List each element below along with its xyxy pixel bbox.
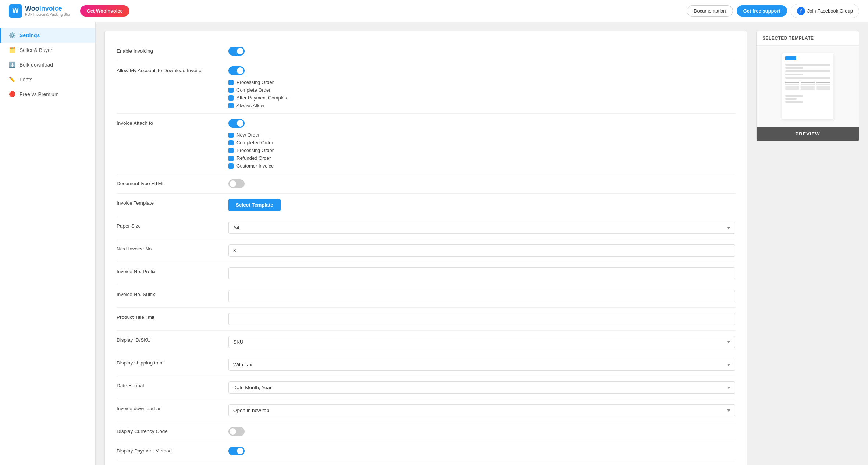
mock-table xyxy=(785,82,830,91)
sidebar-item-fonts-label: Fonts xyxy=(19,77,32,82)
mock-logo xyxy=(785,56,796,60)
mock-cell xyxy=(785,88,799,90)
display-shipping-total-select[interactable]: With Tax Without Tax xyxy=(228,359,735,371)
invoice-no-prefix-label: Invoice No. Prefix xyxy=(117,267,220,274)
enable-invoicing-toggle[interactable] xyxy=(228,47,245,56)
select-template-button[interactable]: Select Template xyxy=(228,199,281,211)
logo-text: WooInvoice PDF Invoice & Packing Slip xyxy=(25,5,70,17)
mock-cell xyxy=(801,86,815,88)
product-title-limit-control xyxy=(228,313,735,325)
sidebar-item-bulk-download[interactable]: ⬇️ Bulk download xyxy=(0,57,95,72)
allow-my-account-control: Processing Order Complete Order After Pa… xyxy=(228,66,735,108)
sidebar-item-bulk-download-label: Bulk download xyxy=(19,62,53,68)
list-item: Processing Order xyxy=(228,80,735,85)
download-icon: ⬇️ xyxy=(8,61,16,68)
documentation-button[interactable]: Documentation xyxy=(687,5,733,17)
form-row-date-format: Date Format Date Month, Year Month Date,… xyxy=(117,376,735,399)
allow-my-account-toggle[interactable] xyxy=(228,66,245,75)
allow-my-account-label: Allow My Account To Download Invoice xyxy=(117,66,220,73)
form-row-invoice-no-suffix: Invoice No. Suffix xyxy=(117,285,735,308)
seller-buyer-icon: 🗂️ xyxy=(8,46,16,54)
invoice-no-suffix-input[interactable] xyxy=(228,290,735,302)
invoice-template-label: Invoice Template xyxy=(117,199,220,206)
complete-order-label: Complete Order xyxy=(236,87,270,93)
settings-panel: Enable Invoicing Allow My Account To Dow… xyxy=(104,31,747,465)
invoice-download-as-control: Open in new tab Download Inline xyxy=(228,404,735,416)
mock-row xyxy=(785,84,830,85)
next-invoice-no-input[interactable] xyxy=(228,244,735,257)
complete-order-checkbox-icon[interactable] xyxy=(228,88,234,93)
display-id-sku-select[interactable]: SKU ID Both None xyxy=(228,336,735,348)
completed-order-checkbox-icon[interactable] xyxy=(228,140,234,145)
sidebar-item-fonts[interactable]: ✏️ Fonts xyxy=(0,72,95,87)
list-item: Completed Order xyxy=(228,140,735,145)
mock-row xyxy=(785,82,830,83)
logo-subtitle: PDF Invoice & Packing Slip xyxy=(25,13,70,17)
get-wooinvoice-button[interactable]: Get WooInvoice xyxy=(80,5,129,17)
invoice-attach-slider xyxy=(228,119,245,128)
allow-checkbox-list: Processing Order Complete Order After Pa… xyxy=(228,80,735,108)
mock-line xyxy=(785,64,830,66)
date-format-select[interactable]: Date Month, Year Month Date, Year Year M… xyxy=(228,381,735,394)
fb-btn-label: Join Facebook Group xyxy=(807,8,853,14)
mock-header xyxy=(785,56,830,61)
fonts-icon: ✏️ xyxy=(8,76,16,83)
display-currency-code-toggle[interactable] xyxy=(228,427,245,436)
display-shipping-total-control: With Tax Without Tax xyxy=(228,359,735,371)
document-type-html-label: Document type HTML xyxy=(117,179,220,186)
next-invoice-no-label: Next Invoice No. xyxy=(117,244,220,251)
invoice-no-prefix-input[interactable] xyxy=(228,267,735,279)
after-payment-checkbox-icon[interactable] xyxy=(228,95,234,101)
invoice-attach-toggle[interactable] xyxy=(228,119,245,128)
form-row-enable-invoicing: Enable Invoicing xyxy=(117,42,735,61)
sidebar: ⚙️ Settings 🗂️ Seller & Buyer ⬇️ Bulk do… xyxy=(0,22,96,465)
mock-cell xyxy=(801,84,815,85)
join-facebook-group-button[interactable]: f Join Facebook Group xyxy=(791,4,859,18)
display-currency-code-control xyxy=(228,427,735,436)
form-row-display-id-sku: Display ID/SKU SKU ID Both None xyxy=(117,331,735,353)
mock-line xyxy=(785,67,803,69)
product-title-limit-input[interactable] xyxy=(228,313,735,325)
document-type-html-toggle[interactable] xyxy=(228,179,245,188)
mock-cell xyxy=(816,86,830,88)
display-payment-method-toggle[interactable] xyxy=(228,447,245,455)
mock-line xyxy=(785,74,803,75)
processing-order-checkbox-icon[interactable] xyxy=(228,80,234,85)
sidebar-item-free-vs-premium[interactable]: 🔴 Free vs Premium xyxy=(0,87,95,102)
get-btn-label: Get WooInvoice xyxy=(87,8,123,14)
invoice-download-as-select[interactable]: Open in new tab Download Inline xyxy=(228,404,735,416)
always-allow-label: Always Allow xyxy=(236,103,264,108)
display-id-sku-label: Display ID/SKU xyxy=(117,336,220,343)
form-row-product-title-limit: Product Title limit xyxy=(117,308,735,331)
form-row-invoice-download-as: Invoice download as Open in new tab Down… xyxy=(117,399,735,422)
enable-invoicing-slider xyxy=(228,47,245,56)
mock-cell xyxy=(785,84,799,85)
brand-name: WooInvoice xyxy=(25,5,70,13)
header: W WooInvoice PDF Invoice & Packing Slip … xyxy=(0,0,868,22)
mock-cell xyxy=(785,82,799,83)
sidebar-item-seller-buyer[interactable]: 🗂️ Seller & Buyer xyxy=(0,43,95,57)
mock-cell xyxy=(816,88,830,90)
mock-cell xyxy=(816,84,830,85)
customer-invoice-checkbox-icon[interactable] xyxy=(228,163,234,169)
sidebar-item-settings[interactable]: ⚙️ Settings xyxy=(0,28,95,43)
list-item: Complete Order xyxy=(228,87,735,93)
always-allow-checkbox-icon[interactable] xyxy=(228,103,234,108)
get-free-support-button[interactable]: Get free support xyxy=(737,5,787,17)
list-item: Customer Invoice xyxy=(228,163,735,169)
invoice-no-suffix-control xyxy=(228,290,735,302)
next-invoice-no-control xyxy=(228,244,735,257)
form-row-invoice-template: Invoice Template Select Template xyxy=(117,194,735,216)
refunded-order-checkbox-icon[interactable] xyxy=(228,156,234,161)
invoice-no-prefix-control xyxy=(228,267,735,279)
new-order-checkbox-icon[interactable] xyxy=(228,133,234,138)
form-row-invoice-attach: Invoice Attach to New Order Complet xyxy=(117,114,735,174)
facebook-icon: f xyxy=(797,7,805,15)
refunded-order-label: Refunded Order xyxy=(236,155,271,161)
paper-size-select[interactable]: A4 A5 Letter Legal xyxy=(228,222,735,234)
attach-processing-order-label: Processing Order xyxy=(236,148,274,153)
premium-icon: 🔴 xyxy=(8,91,16,98)
attach-processing-order-checkbox-icon[interactable] xyxy=(228,148,234,153)
preview-button[interactable]: PREVIEW xyxy=(757,127,859,141)
form-row-paper-size: Paper Size A4 A5 Letter Legal xyxy=(117,216,735,239)
